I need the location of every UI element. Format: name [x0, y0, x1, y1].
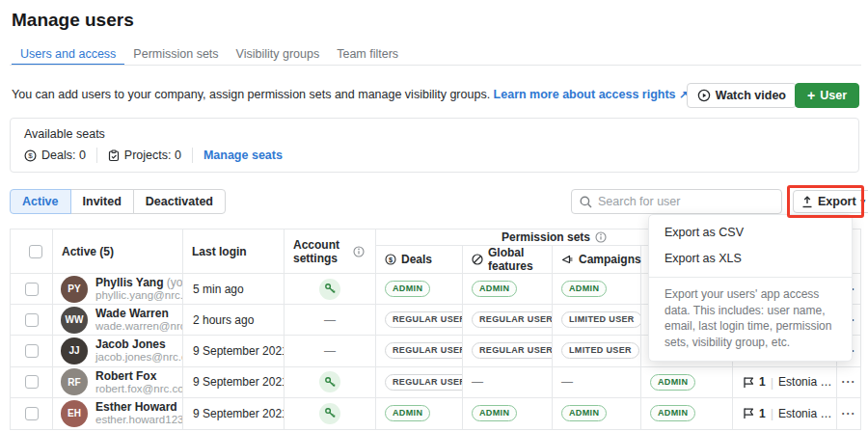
- row-checkbox[interactable]: [25, 344, 39, 358]
- page-title: Manage users: [12, 10, 134, 31]
- permission-badge: REGULAR USER: [385, 342, 463, 359]
- user-name: Esther Howard: [95, 400, 183, 414]
- tab-users-and-access[interactable]: Users and access: [12, 45, 124, 66]
- campaigns-permission-cell: —: [553, 367, 641, 398]
- deals-label: Deals: [401, 253, 432, 266]
- select-all-checkbox[interactable]: [29, 245, 42, 258]
- col-header-last-login: Last login: [183, 230, 285, 274]
- filter-deactivated-button[interactable]: Deactivated: [133, 189, 226, 214]
- user-email: jacob.jones@nrc.com: [95, 351, 183, 364]
- empty-value-dash: —: [561, 375, 573, 389]
- campaigns-label: Campaigns: [579, 253, 641, 266]
- permission-badge: ADMIN: [561, 281, 607, 297]
- deals-dollar-icon: $: [24, 149, 37, 162]
- megaphone-icon: [561, 254, 574, 265]
- plus-icon: +: [807, 88, 815, 103]
- intro-text: You can add users to your company, assig…: [12, 88, 688, 101]
- row-checkbox[interactable]: [25, 313, 39, 327]
- user-identity: Esther Howardesther.howard123@nrc.com: [95, 400, 183, 426]
- deals-permission-cell: REGULAR USER: [376, 336, 463, 366]
- row-select-cell: [11, 274, 53, 305]
- user-cell: WWWade Warrenwade.warren@nrc.com: [53, 305, 183, 336]
- global-features-permission-cell: ADMIN: [463, 398, 553, 429]
- deals-seats-label: Deals: 0: [41, 148, 86, 162]
- account-settings-cell: [285, 274, 376, 305]
- export-label: Export: [818, 195, 856, 208]
- group-count: 1: [759, 407, 766, 420]
- user-identity: Jacob Jonesjacob.jones@nrc.com: [95, 338, 183, 364]
- user-name: Jacob Jones: [95, 338, 183, 351]
- sso-key-icon[interactable]: [319, 403, 340, 424]
- visibility-flag-icon: [743, 407, 754, 419]
- deals-permission-cell: ADMIN: [376, 274, 463, 305]
- account-settings-cell: —: [285, 305, 376, 336]
- info-icon[interactable]: [353, 246, 365, 257]
- search-box: [571, 189, 782, 214]
- add-user-button[interactable]: + User: [795, 83, 859, 108]
- col-header-active: Active (5): [53, 230, 183, 274]
- tab-bar-divider: [10, 65, 861, 66]
- info-icon[interactable]: [595, 231, 607, 243]
- tab-team-filters[interactable]: Team filters: [328, 45, 407, 66]
- deals-permission-cell: REGULAR USER: [376, 305, 463, 336]
- tab-visibility-groups[interactable]: Visibility groups: [228, 45, 329, 66]
- visibility-group-cell: 1|Estonia sales...: [733, 398, 837, 429]
- user-cell: EHEsther Howardesther.howard123@nrc.com: [53, 398, 183, 429]
- tab-permission-sets[interactable]: Permission sets: [124, 45, 227, 66]
- deals-dollar-icon: $: [385, 254, 396, 265]
- learn-more-link[interactable]: Learn more about access rights: [494, 88, 676, 101]
- permission-badge: REGULAR USER: [472, 342, 553, 359]
- campaigns-permission-cell: LMITED USER: [553, 336, 641, 366]
- projects-seats-label: Projects: 0: [124, 148, 181, 162]
- play-circle-icon: [697, 89, 711, 102]
- user-name: Phyllis Yang (you): [95, 276, 183, 289]
- manage-seats-link[interactable]: Manage seats: [203, 148, 283, 162]
- permission-badge: ADMIN: [650, 374, 695, 391]
- export-button[interactable]: Export ▾: [793, 190, 868, 213]
- select-all-cell: [11, 230, 53, 274]
- sso-key-icon[interactable]: [319, 371, 340, 392]
- sso-key-icon[interactable]: [319, 279, 340, 300]
- account-settings-label: Account settings: [293, 238, 349, 265]
- col-header-account-settings: Account settings: [285, 230, 376, 274]
- empty-value-dash: —: [324, 313, 336, 327]
- global-features-permission-cell: REGULAR USER: [463, 305, 553, 336]
- user-name: Robert Fox: [95, 369, 183, 383]
- permission-badge: REGULAR USER: [385, 311, 463, 328]
- deals-seats: $ Deals: 0: [24, 148, 86, 162]
- col-header-campaigns: Campaigns: [553, 246, 641, 273]
- avatar: EH: [61, 400, 88, 427]
- row-checkbox[interactable]: [25, 407, 39, 420]
- filter-invited-button[interactable]: Invited: [70, 189, 134, 214]
- more-options-icon[interactable]: ···: [842, 407, 856, 420]
- projects-seats: Projects: 0: [108, 148, 181, 162]
- available-seats-row: $ Deals: 0 Projects: 0 Manage seats: [24, 148, 283, 163]
- last-login-cell: 9 September 2021 11:57: [183, 336, 285, 366]
- avatar: JJ: [61, 338, 88, 364]
- deals-permission-cell: ADMIN: [376, 398, 463, 429]
- seats-divider: [96, 148, 97, 163]
- user-email: esther.howard123@nrc.com: [95, 414, 183, 426]
- user-cell: RFRobert Foxrobert.fox@nrc.com: [53, 367, 183, 398]
- global-features-permission-cell: ADMIN: [463, 274, 553, 305]
- row-checkbox[interactable]: [25, 283, 39, 296]
- export-upload-icon: [801, 196, 813, 208]
- permission-badge: ADMIN: [561, 405, 607, 421]
- filter-active-button[interactable]: Active: [10, 189, 71, 214]
- row-checkbox[interactable]: [25, 375, 39, 389]
- more-options-icon[interactable]: ···: [842, 375, 856, 389]
- watch-video-button[interactable]: Watch video: [687, 83, 797, 108]
- permission-badge: ADMIN: [472, 281, 517, 297]
- user-cell: PYPhyllis Yang (you)phyllic.yang@nrc.com: [53, 274, 183, 305]
- permission-badge: REGULAR USER: [385, 374, 463, 391]
- search-input[interactable]: [598, 195, 773, 208]
- row-select-cell: [11, 367, 53, 398]
- menu-item-export-xls[interactable]: Export as XLS: [649, 246, 852, 272]
- global-features-permission-cell: —: [463, 367, 553, 398]
- menu-item-export-csv[interactable]: Export as CSV: [649, 220, 852, 246]
- export-description: Export your users' app access data. This…: [649, 282, 852, 361]
- status-filter-group: Active Invited Deactivated: [10, 189, 226, 214]
- watch-video-label: Watch video: [716, 89, 786, 102]
- empty-value-dash: —: [324, 344, 336, 358]
- export-dropdown-menu: Export as CSV Export as XLS Export your …: [648, 214, 853, 362]
